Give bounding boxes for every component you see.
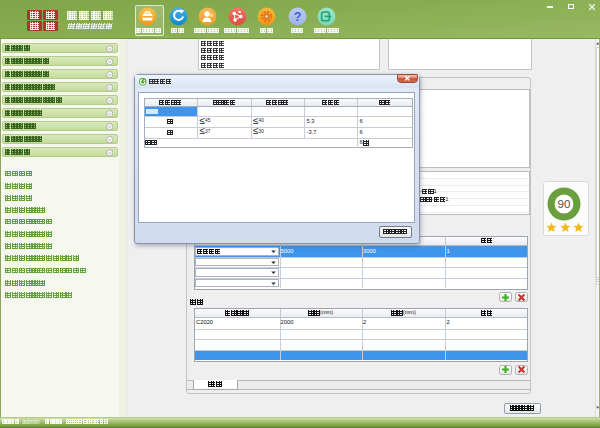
svg-text:90: 90 <box>558 198 571 210</box>
svg-text:?: ? <box>294 10 302 24</box>
